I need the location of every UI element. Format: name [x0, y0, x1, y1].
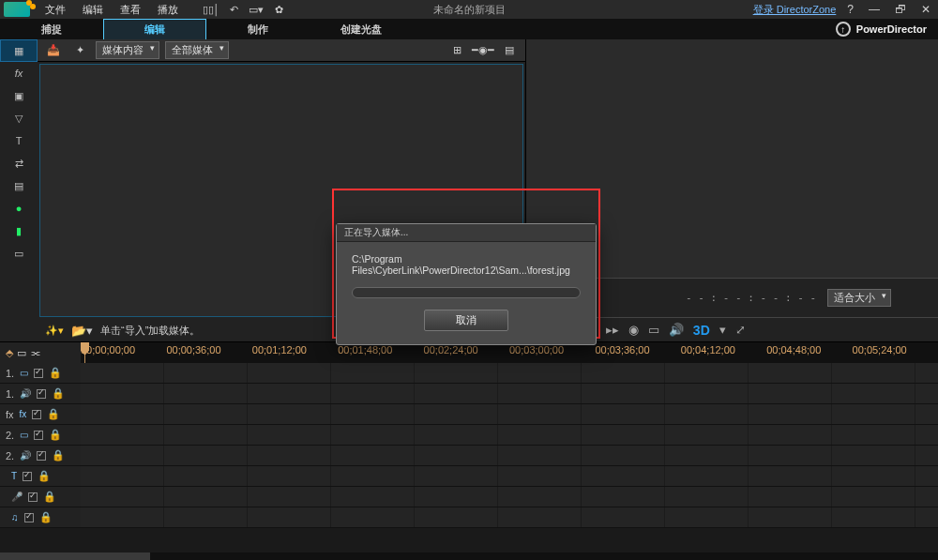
- track-visible-checkbox[interactable]: [34, 431, 43, 440]
- tracks-container: 1.▭🔒1.🔊🔒fxfx🔒2.▭🔒2.🔊🔒T🔒🎤🔒♫🔒: [0, 363, 938, 552]
- track-row: fxfx🔒: [0, 404, 938, 425]
- track-visible-checkbox[interactable]: [23, 472, 32, 481]
- room-audio-icon[interactable]: ▤: [0, 174, 38, 197]
- snapshot-icon[interactable]: ◉: [626, 323, 642, 337]
- room-transition-icon[interactable]: ⇄: [0, 152, 38, 174]
- 3d-button[interactable]: 3D: [690, 323, 713, 338]
- track-visible-checkbox[interactable]: [24, 513, 34, 522]
- track-lane[interactable]: [81, 425, 938, 445]
- track-visible-checkbox[interactable]: [37, 451, 46, 461]
- track-lock-icon[interactable]: 🔒: [52, 387, 65, 400]
- ruler-mark: 00;00;00;00: [81, 344, 135, 356]
- ruler-mark: 00;03;36;00: [595, 344, 649, 356]
- track-type-icon: 🎤: [11, 492, 23, 502]
- library-toolbar: 📥 ✦ 媒体内容 全部媒体 ⊞ ━◉━ ▤: [38, 39, 525, 62]
- volume-icon[interactable]: 🔊: [666, 323, 687, 337]
- room-particle-icon[interactable]: ▽: [0, 107, 38, 129]
- track-lock-icon[interactable]: 🔒: [39, 511, 53, 523]
- timeline-scrollbar[interactable]: [0, 552, 938, 560]
- track-label: 1.: [6, 368, 14, 379]
- menu-view[interactable]: 查看: [113, 1, 148, 19]
- fit-dropdown[interactable]: 适合大小: [827, 289, 891, 307]
- import-folder-icon[interactable]: 📂▾: [71, 324, 93, 338]
- track-lane[interactable]: [81, 384, 938, 403]
- device-icon[interactable]: ▭: [645, 323, 662, 337]
- track-lane[interactable]: [81, 466, 938, 486]
- timeline-head-tools: ⬘ ▭ ⫘: [0, 342, 81, 363]
- dialog-title: 正在导入媒体...: [337, 224, 596, 242]
- track-lock-icon[interactable]: 🔒: [49, 367, 62, 379]
- track-lock-icon[interactable]: 🔒: [38, 470, 51, 482]
- ruler-mark: 00;01;48;00: [338, 344, 392, 356]
- ruler-mark: 00;01;12;00: [252, 344, 307, 356]
- list-view-icon[interactable]: ▤: [499, 42, 520, 59]
- track-lane[interactable]: [81, 404, 938, 424]
- track-lane[interactable]: [81, 487, 938, 507]
- track-visible-checkbox[interactable]: [34, 369, 43, 378]
- close-icon[interactable]: ✕: [917, 3, 934, 16]
- timeline-scrollbar-thumb[interactable]: [0, 552, 150, 560]
- menu-file[interactable]: 文件: [38, 1, 73, 19]
- import-hint: 单击“导入”加载媒体。: [100, 324, 200, 338]
- minimize-icon[interactable]: —: [865, 3, 884, 16]
- 3d-dropdown-icon[interactable]: ▾: [717, 323, 729, 337]
- marker-tool-icon[interactable]: ⬘: [6, 347, 13, 359]
- track-row: 1.▭🔒: [0, 363, 938, 384]
- track-view-icon[interactable]: ▭: [17, 347, 26, 359]
- track-type-icon: ▭: [20, 430, 28, 440]
- room-pip-icon[interactable]: ▣: [0, 84, 38, 107]
- room-fx-icon[interactable]: fx: [0, 62, 38, 84]
- track-lock-icon[interactable]: 🔒: [43, 491, 56, 503]
- track-visible-checkbox[interactable]: [32, 410, 41, 419]
- mode-capture[interactable]: 捕捉: [0, 20, 103, 39]
- track-lane[interactable]: [81, 507, 938, 527]
- ruler-mark: 00;04;48;00: [766, 344, 821, 356]
- maximize-icon[interactable]: 🗗: [891, 3, 910, 16]
- track-row: 1.🔊🔒: [0, 384, 938, 404]
- track-visible-checkbox[interactable]: [37, 389, 46, 399]
- track-visible-checkbox[interactable]: [28, 492, 38, 502]
- track-lane[interactable]: [81, 363, 938, 383]
- menubar: 文件 编辑 查看 播放 ▯▯│ ↶ ▭▾ ✿ 未命名的新项目 登录 Direct…: [0, 0, 938, 19]
- zoom-slider[interactable]: ━◉━: [473, 42, 493, 59]
- track-lock-icon[interactable]: 🔒: [49, 429, 62, 441]
- dialog-file-path: C:\Program Files\CyberLink\PowerDirector…: [352, 253, 581, 276]
- time-ruler[interactable]: 00;00;00;0000;00;36;0000;01;12;0000;01;4…: [81, 342, 938, 363]
- help-icon[interactable]: ?: [843, 3, 857, 16]
- tool-aspect-icon[interactable]: ▭▾: [246, 1, 266, 18]
- directorzone-link[interactable]: 登录 DirectorZone: [753, 3, 837, 17]
- ruler-mark: 00;04;12;00: [681, 344, 735, 356]
- mode-produce[interactable]: 制作: [206, 20, 310, 39]
- media-filter-dropdown[interactable]: 全部媒体: [165, 41, 229, 59]
- track-lock-icon[interactable]: 🔒: [47, 408, 60, 420]
- menu-play[interactable]: 播放: [150, 1, 186, 19]
- track-label: fx: [6, 409, 14, 420]
- room-title-icon[interactable]: T: [0, 129, 38, 152]
- ruler-mark: 00;03;00;00: [509, 344, 564, 356]
- track-type-icon: fx: [20, 409, 27, 419]
- import-icon[interactable]: 📥: [43, 42, 64, 59]
- menu-edit[interactable]: 编辑: [75, 1, 111, 19]
- fast-forward-icon[interactable]: ▸▸: [603, 323, 622, 337]
- tool-settings-icon[interactable]: ✿: [268, 1, 289, 18]
- room-subtitle-icon[interactable]: ▭: [0, 242, 38, 265]
- track-row: 2.🔊🔒: [0, 446, 938, 466]
- puzzle-icon[interactable]: ✦: [69, 42, 90, 59]
- track-label: 2.: [6, 430, 14, 441]
- popout-icon[interactable]: ⤢: [733, 323, 749, 337]
- cancel-button[interactable]: 取消: [424, 310, 508, 331]
- room-voice-icon[interactable]: ●: [0, 197, 38, 219]
- link-tool-icon[interactable]: ⫘: [30, 347, 40, 358]
- media-type-dropdown[interactable]: 媒体内容: [96, 41, 159, 59]
- room-media-icon[interactable]: ▦: [0, 39, 38, 62]
- grid-view-icon[interactable]: ⊞: [446, 42, 467, 59]
- magic-icon[interactable]: ✨▾: [45, 325, 64, 337]
- track-lane[interactable]: [81, 446, 938, 465]
- mode-edit[interactable]: 编辑: [103, 19, 206, 40]
- tool-cut-icon[interactable]: ▯▯│: [201, 1, 221, 18]
- mode-disc[interactable]: 创建光盘: [310, 20, 413, 39]
- tool-undo-icon[interactable]: ↶: [223, 1, 244, 18]
- side-tool-rail: ▦ fx ▣ ▽ T ⇄ ▤ ● ▮ ▭: [0, 39, 38, 341]
- room-chapter-icon[interactable]: ▮: [0, 219, 38, 242]
- track-lock-icon[interactable]: 🔒: [52, 449, 65, 462]
